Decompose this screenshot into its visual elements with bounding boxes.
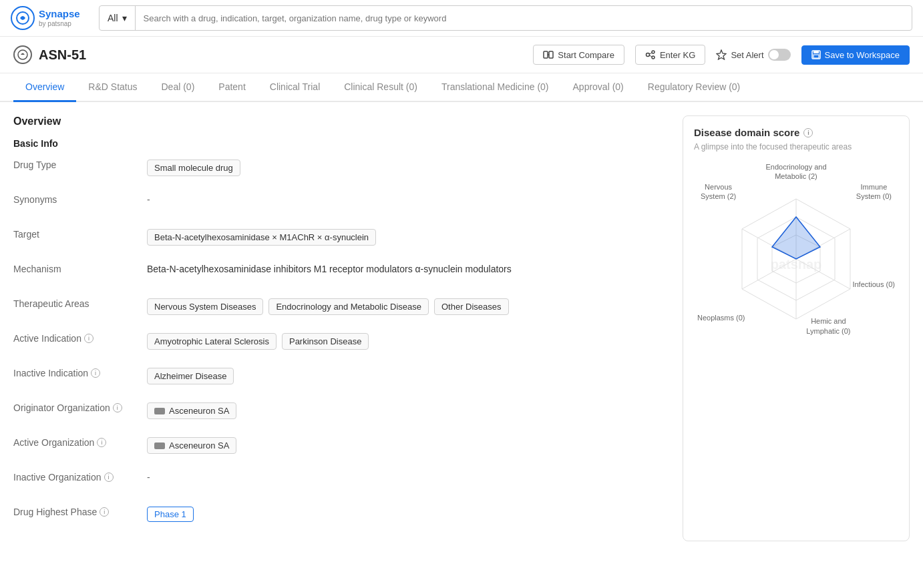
- enter-kg-button[interactable]: Enter KG: [635, 45, 705, 65]
- inactive-org-row: Inactive Organization i -: [13, 472, 669, 491]
- svg-point-6: [652, 51, 655, 53]
- originator-org-text: Asceneuron SA: [169, 406, 229, 416]
- synonyms-dash: -: [147, 194, 150, 205]
- drug-type-label: Drug Type: [13, 160, 147, 170]
- svg-marker-19: [772, 217, 820, 259]
- logo-text: Synapse by patsnap: [39, 8, 80, 28]
- active-indication-label: Active Indication i: [13, 333, 147, 344]
- drug-highest-phase-row: Drug Highest Phase i Phase 1: [13, 507, 669, 525]
- inactive-org-label: Inactive Organization i: [13, 472, 147, 483]
- radar-svg: patsnap: [729, 192, 863, 326]
- save-workspace-label: Save to Workspace: [825, 50, 900, 60]
- disease-domain-card: Disease domain score i A glimpse into th…: [683, 115, 910, 541]
- logo-icon: [11, 6, 35, 30]
- tab-patent[interactable]: Patent: [206, 73, 257, 102]
- active-org-info-icon[interactable]: i: [97, 438, 106, 447]
- originator-org-info-icon[interactable]: i: [113, 403, 122, 412]
- basic-info-title: Basic Info: [13, 138, 669, 149]
- drug-actions: Start Compare Enter KG Set Alert: [533, 45, 910, 65]
- svg-point-5: [646, 53, 649, 57]
- drug-name: ASN-51: [39, 47, 86, 63]
- set-alert-area[interactable]: Set Alert: [716, 49, 790, 61]
- svg-point-7: [652, 56, 655, 59]
- drug-icon: [13, 45, 32, 64]
- target-tag: Beta-N-acetylhexosaminidase × M1AChR × α…: [147, 229, 376, 246]
- search-category-label: All: [108, 13, 118, 23]
- overview-section-title: Overview: [13, 115, 669, 127]
- tab-clinical-trial[interactable]: Clinical Trial: [258, 73, 332, 102]
- drug-title-area: ASN-51: [13, 45, 86, 64]
- disease-card-info-icon[interactable]: i: [803, 128, 813, 137]
- drug-header: ASN-51 Start Compare Enter KG: [0, 37, 923, 73]
- tab-translational-medicine[interactable]: Translational Medicine (0): [429, 73, 561, 102]
- start-compare-label: Start Compare: [558, 50, 614, 60]
- drug-highest-phase-info-icon[interactable]: i: [100, 507, 109, 517]
- active-org-text: Asceneuron SA: [169, 440, 229, 451]
- radar-label-top-right: ImmuneSystem (0): [856, 182, 892, 202]
- alert-icon: [716, 49, 727, 60]
- disease-card-title: Disease domain score i: [694, 127, 898, 138]
- logo: Synapse by patsnap: [11, 6, 91, 30]
- svg-rect-3: [549, 51, 553, 58]
- originator-org-tag: Asceneuron SA: [147, 402, 236, 419]
- active-indication-value: Amyotrophic Lateral Sclerosis Parkinson …: [147, 333, 669, 350]
- drug-highest-phase-badge: Phase 1: [147, 507, 194, 522]
- inactive-indication-tag-0: Alzheimer Disease: [147, 368, 234, 384]
- inactive-indication-label: Inactive Indication i: [13, 368, 147, 378]
- active-indication-tag-0: Amyotrophic Lateral Sclerosis: [147, 333, 276, 350]
- save-workspace-button[interactable]: Save to Workspace: [801, 45, 910, 65]
- mechanism-text: Beta-N-acetylhexosaminidase inhibitors M…: [147, 264, 512, 274]
- alert-toggle[interactable]: [768, 49, 791, 61]
- inactive-org-info-icon[interactable]: i: [104, 473, 114, 482]
- inactive-indication-row: Inactive Indication i Alzheimer Disease: [13, 368, 669, 386]
- mechanism-label: Mechanism: [13, 264, 147, 274]
- svg-line-9: [649, 55, 652, 57]
- originator-org-label: Originator Organization i: [13, 402, 147, 413]
- inactive-indication-info-icon[interactable]: i: [91, 368, 100, 378]
- logo-title: Synapse: [39, 8, 80, 20]
- originator-org-row: Originator Organization i Asceneuron SA: [13, 402, 669, 421]
- top-bar: Synapse by patsnap All ▾: [0, 0, 923, 37]
- radar-chart: Endocrinology andMetabolic (2) ImmuneSys…: [694, 162, 898, 342]
- radar-label-left: NervousSystem (2): [701, 182, 736, 202]
- therapeutic-area-tag-2: Other Diseases: [434, 298, 509, 315]
- therapeutic-areas-label: Therapeutic Areas: [13, 298, 147, 309]
- active-org-label: Active Organization i: [13, 437, 147, 448]
- inactive-indication-value: Alzheimer Disease: [147, 368, 669, 384]
- kg-icon: [645, 49, 656, 60]
- therapeutic-area-tag-1: Endocrinology and Metabolic Disease: [268, 298, 429, 315]
- inactive-org-value: -: [147, 472, 669, 483]
- tab-rd-status[interactable]: R&D Status: [76, 73, 149, 102]
- originator-org-value: Asceneuron SA: [147, 402, 669, 419]
- org-icon: [154, 408, 165, 414]
- active-org-value: Asceneuron SA: [147, 437, 669, 454]
- synonyms-label: Synonyms: [13, 194, 147, 205]
- svg-text:patsnap: patsnap: [771, 257, 822, 272]
- active-indication-tag-1: Parkinson Disease: [282, 333, 369, 350]
- search-category-dropdown[interactable]: All ▾: [100, 6, 136, 30]
- drug-highest-phase-label: Drug Highest Phase i: [13, 507, 147, 517]
- radar-label-bottom-left: Neoplasms (0): [697, 313, 745, 322]
- active-indication-row: Active Indication i Amyotrophic Lateral …: [13, 333, 669, 352]
- therapeutic-areas-row: Therapeutic Areas Nervous System Disease…: [13, 298, 669, 317]
- svg-line-8: [649, 53, 652, 54]
- drug-highest-phase-value: Phase 1: [147, 507, 669, 522]
- save-icon: [811, 50, 821, 59]
- start-compare-button[interactable]: Start Compare: [533, 45, 624, 65]
- active-org-tag: Asceneuron SA: [147, 437, 236, 454]
- tab-clinical-result[interactable]: Clinical Result (0): [332, 73, 429, 102]
- target-row: Target Beta-N-acetylhexosaminidase × M1A…: [13, 229, 669, 248]
- svg-rect-2: [544, 51, 548, 58]
- tab-overview[interactable]: Overview: [13, 73, 76, 102]
- radar-label-right: Infectious (0): [852, 280, 895, 289]
- active-org-row: Active Organization i Asceneuron SA: [13, 437, 669, 456]
- tab-regulatory-review[interactable]: Regulatory Review (0): [636, 73, 753, 102]
- tab-approval[interactable]: Approval (0): [561, 73, 636, 102]
- drug-type-tag: Small molecule drug: [147, 160, 240, 176]
- logo-subtitle: by patsnap: [39, 20, 80, 28]
- active-indication-info-icon[interactable]: i: [84, 334, 94, 343]
- tab-deal[interactable]: Deal (0): [150, 73, 207, 102]
- synonyms-value: -: [147, 194, 669, 205]
- radar-label-bottom-right: Hemic andLymphatic (0): [806, 316, 850, 336]
- search-input[interactable]: [136, 13, 912, 23]
